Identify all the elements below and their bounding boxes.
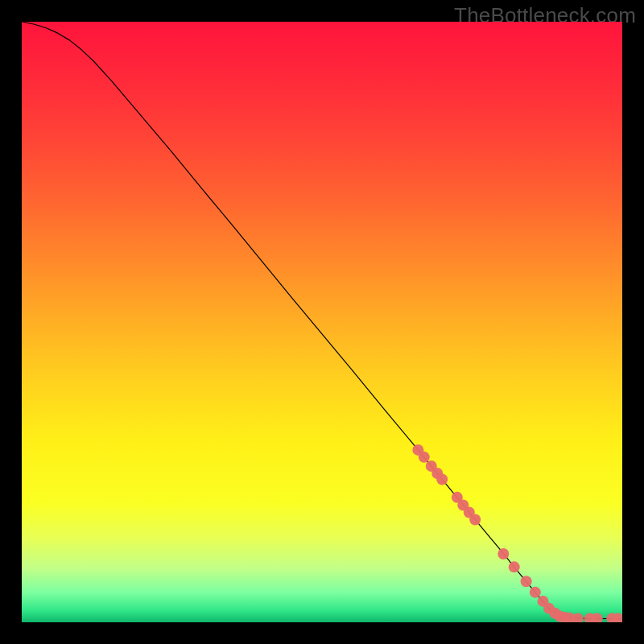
marker-dot — [509, 561, 520, 572]
gradient-background — [22, 22, 622, 622]
marker-dot — [419, 452, 430, 463]
marker-dot — [436, 473, 448, 485]
plot-area — [22, 22, 622, 622]
marker-dot — [469, 514, 481, 525]
marker-dot — [521, 576, 532, 587]
marker-dot — [497, 548, 509, 559]
plot-svg — [22, 22, 622, 622]
chart-stage: TheBottleneck.com — [0, 0, 644, 644]
marker-dot — [530, 587, 541, 598]
